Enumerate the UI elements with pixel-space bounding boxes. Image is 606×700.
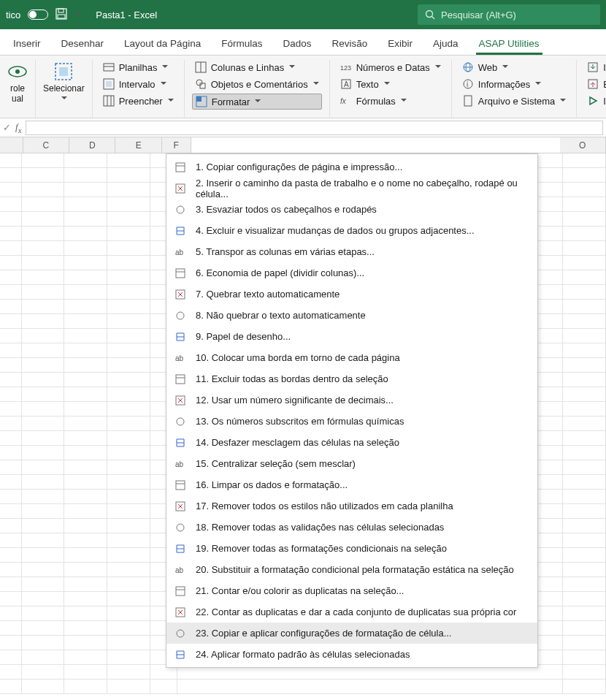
col-header-e[interactable]: E (115, 137, 161, 153)
cell[interactable] (107, 329, 150, 343)
cell[interactable] (22, 285, 65, 300)
cell[interactable] (0, 416, 22, 431)
cell[interactable] (563, 285, 606, 300)
cell[interactable] (107, 183, 150, 197)
cell[interactable] (22, 577, 65, 592)
texto-button[interactable]: ATexto (337, 77, 444, 91)
iniciar-button[interactable]: Iniciar (584, 94, 606, 108)
cell[interactable] (0, 475, 22, 490)
exportar-button[interactable]: Exportar (584, 77, 606, 91)
cell[interactable] (0, 256, 22, 270)
menu-item-21[interactable]: 21. Contar e/ou colorir as duplicatas na… (166, 580, 537, 601)
menu-item-2[interactable]: 2. Inserir o caminho da pasta de trabalh… (166, 178, 537, 199)
cell[interactable] (0, 212, 22, 227)
cell[interactable] (64, 621, 107, 636)
cell[interactable] (64, 592, 107, 606)
cell[interactable] (64, 416, 107, 431)
cell[interactable] (22, 519, 65, 533)
cell[interactable] (22, 373, 65, 387)
formatar-button[interactable]: Formatar (192, 94, 322, 110)
cell[interactable] (64, 241, 107, 256)
cell[interactable] (64, 490, 107, 504)
cell[interactable] (64, 373, 107, 387)
save-icon[interactable] (55, 8, 67, 22)
cell[interactable] (107, 387, 150, 402)
cell[interactable] (107, 256, 150, 270)
cell[interactable] (107, 270, 150, 285)
cell[interactable] (563, 504, 606, 519)
menu-item-23[interactable]: 23. Copiar e aplicar configurações de fo… (166, 623, 537, 644)
cell[interactable] (0, 270, 22, 285)
menu-item-5[interactable]: ab5. Transpor as colunas em várias etapa… (166, 241, 537, 262)
cell[interactable] (64, 168, 107, 183)
cell[interactable] (64, 636, 107, 650)
cell[interactable] (64, 548, 107, 563)
web-button[interactable]: Web (459, 60, 569, 75)
cell[interactable] (563, 183, 606, 197)
cell[interactable] (0, 490, 22, 504)
cell[interactable] (107, 490, 150, 504)
qat-dropdown-icon[interactable] (74, 9, 81, 20)
cell[interactable] (64, 153, 107, 168)
cell[interactable] (0, 650, 22, 665)
cell[interactable] (0, 504, 22, 519)
cell[interactable] (107, 460, 150, 475)
cell[interactable] (563, 358, 606, 373)
cell[interactable] (107, 650, 150, 665)
cell[interactable] (563, 343, 606, 358)
tab-formulas[interactable]: Fórmulas (212, 34, 271, 55)
cell[interactable] (107, 227, 150, 241)
cell[interactable] (107, 241, 150, 256)
cell[interactable] (22, 606, 65, 621)
cell[interactable] (0, 621, 22, 636)
cell[interactable] (22, 358, 65, 373)
cell[interactable] (64, 270, 107, 285)
cell[interactable] (22, 270, 65, 285)
cell[interactable] (0, 314, 22, 329)
cell[interactable] (0, 358, 22, 373)
cell[interactable] (520, 680, 563, 694)
cell[interactable] (107, 475, 150, 490)
cell[interactable] (563, 270, 606, 285)
cell[interactable] (107, 621, 150, 636)
cell[interactable] (22, 460, 65, 475)
cell[interactable] (64, 358, 107, 373)
cell[interactable] (107, 197, 150, 212)
cell[interactable] (0, 153, 22, 168)
cell[interactable] (64, 504, 107, 519)
cell[interactable] (107, 212, 150, 227)
cell[interactable] (563, 665, 606, 680)
menu-item-3[interactable]: 3. Esvaziar todos os cabeçalhos e rodapé… (166, 199, 537, 220)
cell[interactable] (0, 563, 22, 577)
menu-item-20[interactable]: ab20. Substituir a formatação condiciona… (166, 559, 537, 580)
cell[interactable] (64, 387, 107, 402)
cell[interactable] (0, 402, 22, 416)
cell[interactable] (22, 197, 65, 212)
cell[interactable] (563, 577, 606, 592)
cell[interactable] (22, 168, 65, 183)
cell[interactable] (107, 314, 150, 329)
cell[interactable] (22, 650, 65, 665)
cell[interactable] (22, 475, 65, 490)
cell[interactable] (22, 300, 65, 314)
col-header[interactable] (0, 137, 23, 153)
informacoes-button[interactable]: iInformações (459, 77, 569, 91)
intervalo-button[interactable]: Intervalo (100, 77, 177, 91)
cell[interactable] (0, 636, 22, 650)
preencher-button[interactable]: Preencher (100, 94, 177, 108)
cell[interactable] (563, 387, 606, 402)
tab-desenhar[interactable]: Desenhar (53, 34, 113, 55)
cell[interactable] (0, 431, 22, 446)
cell[interactable] (64, 212, 107, 227)
menu-item-11[interactable]: 11. Excluir todas as bordas dentro da se… (166, 368, 537, 389)
tab-asap-utilities[interactable]: ASAP Utilities (470, 34, 548, 55)
cell[interactable] (563, 636, 606, 650)
cell[interactable] (107, 358, 150, 373)
cell[interactable] (0, 300, 22, 314)
cell[interactable] (64, 680, 107, 694)
cell[interactable] (563, 446, 606, 460)
autosave-toggle[interactable] (28, 9, 48, 20)
cell[interactable] (22, 387, 65, 402)
cell[interactable] (0, 343, 22, 358)
tab-layout[interactable]: Layout da Página (115, 34, 210, 55)
